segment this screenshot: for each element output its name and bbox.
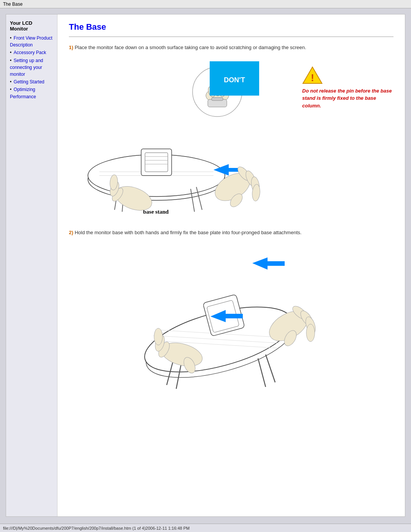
illustration-area-1: DON'T base column base stand [69,58,393,217]
status-bar: file:///D|/My%20Documents/dfu/200P7/engl… [0,524,411,532]
page-wrapper: Your LCD Monitor • Front View Product De… [6,14,405,517]
sidebar-link-setting-up[interactable]: Setting up and connecting your monitor [10,58,43,77]
sidebar-item-getting-started[interactable]: • Getting Started [10,78,53,85]
sidebar-heading: Your LCD Monitor [10,20,53,32]
base-assembly-2-svg [98,242,365,395]
svg-text:!: ! [311,72,314,83]
sidebar: Your LCD Monitor • Front View Product De… [6,14,57,516]
warning-icon: ! [302,65,323,86]
svg-line-48 [266,355,275,382]
warning-box: ! Do not release the pin before the base… [302,65,393,110]
sidebar-item-front-view[interactable]: • Front View Product Description [10,35,53,48]
dont-burst-shape: DON'T [210,61,259,96]
step1-text: 1) Place the monitor face down on a smoo… [69,44,393,51]
divider [69,37,393,37]
step1-number: 1) [69,45,73,50]
svg-marker-37 [252,257,285,270]
svg-text:DON'T: DON'T [224,76,245,84]
sidebar-link-getting-started[interactable]: Getting Started [14,79,45,85]
browser-content: Your LCD Monitor • Front View Product De… [0,8,411,524]
svg-rect-6 [212,97,223,101]
svg-point-59 [154,328,162,345]
warning-text: Do not release the pin before the base s… [302,87,393,110]
step2-description: Hold the monitor base with both hands an… [75,230,301,235]
title-bar-text: The Base [3,2,22,7]
svg-text:base stand: base stand [143,209,169,215]
sidebar-item-setting-up[interactable]: • Setting up and connecting your monitor [10,57,53,78]
diagram-container-1: DON'T base column base stand [69,58,274,217]
sidebar-link-front-view[interactable]: Front View Product Description [10,35,53,48]
main-content: The Base 1) Place the monitor face down … [57,14,405,516]
sidebar-nav: • Front View Product Description • Acces… [10,35,53,100]
step2-number: 2) [69,230,73,235]
sidebar-item-optimizing[interactable]: • Optimizing Performance [10,86,53,100]
svg-rect-20 [145,153,168,172]
page-title: The Base [69,22,393,32]
illustration-area-2 [69,242,393,395]
sidebar-link-accessory[interactable]: Accessory Pack [14,50,46,55]
status-bar-text: file:///D|/My%20Documents/dfu/200P7/engl… [3,526,190,530]
sidebar-item-accessory[interactable]: • Accessory Pack [10,49,53,56]
dont-starburst-area: DON'T [191,65,252,120]
svg-line-47 [258,358,266,387]
step1-description: Place the monitor face down on a smooth … [75,45,306,50]
title-bar: The Base [0,0,411,8]
svg-point-54 [306,324,315,342]
sidebar-link-optimizing[interactable]: Optimizing Performance [10,87,36,99]
step2-text: 2) Hold the monitor base with both hands… [69,229,393,236]
